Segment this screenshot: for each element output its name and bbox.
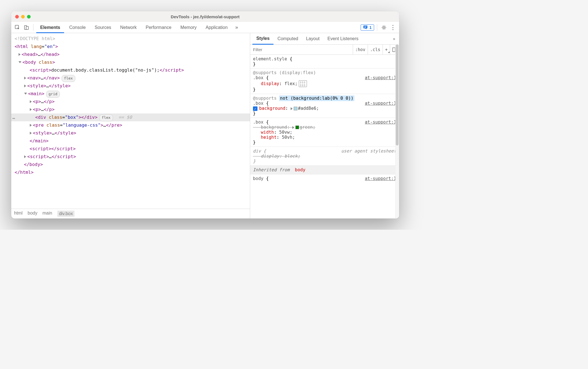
source-link[interactable]: at-support:1 (365, 176, 396, 181)
settings-icon[interactable] (380, 24, 388, 31)
dom-body-open[interactable]: <body class> (11, 58, 250, 66)
flex-badge[interactable]: flex (99, 114, 113, 121)
dom-selected-div[interactable]: <div class="box"></div>flex == $0 (11, 113, 250, 121)
separator (33, 24, 33, 31)
rules-list: element.style { } @supports (display:fle… (250, 55, 399, 218)
sub-tab-styles[interactable]: Styles (252, 33, 273, 45)
source-link[interactable]: at-support:1 (365, 101, 396, 106)
dom-inline-script[interactable]: <script>document.body.classList.toggle("… (11, 66, 250, 74)
source-link[interactable]: at-support:1 (365, 75, 396, 80)
new-style-rule-button[interactable]: +◢ (383, 45, 390, 54)
scrollbar-thumb[interactable] (396, 44, 399, 145)
rule-body[interactable]: body {at-support:1 (250, 174, 399, 183)
collapse-icon[interactable] (24, 93, 27, 95)
device-toolbar-icon[interactable] (22, 24, 30, 31)
inherited-from-label: Inherited from body (250, 166, 399, 174)
cls-toggle[interactable]: .cls (368, 45, 383, 54)
rule-element-style[interactable]: element.style { } (250, 55, 399, 69)
dom-script2[interactable]: <script>…</script> (11, 153, 250, 161)
window-title: DevTools - jec.fyi/demo/at-support (11, 14, 399, 19)
grid-badge[interactable]: grid (46, 91, 60, 98)
kebab-menu-icon[interactable]: ⋮ (389, 24, 397, 31)
maximize-window-button[interactable] (27, 15, 31, 19)
flex-badge[interactable]: flex (62, 75, 75, 82)
more-tabs-icon[interactable]: » (233, 24, 241, 31)
hov-toggle[interactable]: :hov (353, 45, 368, 54)
dom-body-close[interactable]: </body> (11, 161, 250, 168)
svg-rect-2 (26, 26, 28, 29)
sub-tab-event-listeners[interactable]: Event Listeners (324, 33, 362, 44)
tab-console[interactable]: Console (65, 22, 90, 33)
crumb-html[interactable]: html (14, 211, 22, 217)
inspect-element-icon[interactable] (13, 24, 21, 31)
titlebar: DevTools - jec.fyi/demo/at-support (11, 11, 399, 22)
color-swatch-icon[interactable] (294, 107, 297, 110)
expand-icon[interactable] (30, 124, 32, 127)
svg-rect-3 (363, 26, 367, 28)
devtools-window: DevTools - jec.fyi/demo/at-support Eleme… (11, 11, 399, 218)
tab-sources[interactable]: Sources (91, 22, 115, 33)
dom-style1[interactable]: <style>…</style> (11, 82, 250, 90)
highlighted-supports: not (background:lab(0% 0 0)) (279, 95, 354, 101)
expand-icon[interactable] (292, 126, 294, 129)
crumb-main[interactable]: main (42, 211, 52, 217)
tab-performance[interactable]: Performance (142, 22, 175, 33)
dom-p2[interactable]: <p>…</p> (11, 106, 250, 113)
dom-nav[interactable]: <nav>…</nav>flex (11, 74, 250, 82)
dom-script-empty[interactable]: <script></script> (11, 145, 250, 153)
expand-icon[interactable] (30, 100, 32, 103)
dom-pre[interactable]: <pre class="language-css">…</pre> (11, 121, 250, 129)
dom-main-close[interactable]: </main> (11, 137, 250, 145)
close-window-button[interactable] (15, 15, 19, 19)
flex-editor-icon[interactable]: ▯▯▯▯▯▯ (299, 80, 307, 87)
dom-html-close[interactable]: </html> (11, 168, 250, 176)
rule-box-base[interactable]: .box {at-support:1 background: green; wi… (250, 118, 399, 147)
tab-memory[interactable]: Memory (177, 22, 201, 33)
expand-icon[interactable] (24, 77, 26, 79)
dom-tree[interactable]: <!DOCTYPE html> <html lang="en"> <head>…… (11, 33, 250, 209)
tab-elements[interactable]: Elements (36, 22, 64, 33)
sub-tabs: Styles Computed Layout Event Listeners » (250, 33, 399, 45)
rule-supports-flex[interactable]: @supports (display:flex) .box {at-suppor… (250, 69, 399, 94)
separator (377, 24, 377, 31)
dom-main-open[interactable]: <main>grid (11, 90, 250, 98)
collapse-icon[interactable] (19, 61, 21, 63)
sub-tab-layout[interactable]: Layout (302, 33, 324, 44)
rule-supports-not-lab[interactable]: @supports not (background:lab(0% 0 0)) .… (250, 94, 399, 118)
ua-stylesheet-label: user agent stylesheet (341, 149, 396, 154)
property-enabled-checkbox[interactable]: ✓ (253, 106, 257, 111)
dom-p1[interactable]: <p>…</p> (11, 98, 250, 106)
dom-head[interactable]: <head>…</head> (11, 51, 250, 58)
expand-icon[interactable] (30, 108, 32, 111)
minimize-window-button[interactable] (21, 15, 25, 19)
source-link[interactable]: at-support:1 (365, 120, 396, 125)
main-toolbar: Elements Console Sources Network Perform… (11, 22, 399, 33)
content-area: <!DOCTYPE html> <html lang="en"> <head>…… (11, 33, 399, 218)
dom-doctype[interactable]: <!DOCTYPE html> (11, 35, 250, 43)
color-swatch-icon[interactable] (295, 126, 299, 129)
expand-icon[interactable] (291, 107, 293, 110)
issues-count: 1 (369, 25, 372, 30)
scrollbar[interactable] (395, 44, 399, 218)
breadcrumb: html body main div.box (11, 209, 250, 218)
expand-icon[interactable] (19, 53, 21, 56)
more-sub-tabs-icon[interactable]: » (391, 35, 397, 43)
crumb-body[interactable]: body (28, 211, 37, 217)
expand-icon[interactable] (30, 132, 32, 135)
expand-icon[interactable] (24, 155, 26, 158)
issues-badge[interactable]: 1 (361, 24, 374, 31)
crumb-div-box[interactable]: div.box (57, 211, 75, 217)
sub-tab-computed[interactable]: Computed (273, 33, 302, 44)
tab-application[interactable]: Application (202, 22, 232, 33)
expand-icon[interactable] (24, 85, 26, 87)
tab-network[interactable]: Network (116, 22, 141, 33)
dom-panel: <!DOCTYPE html> <html lang="en"> <head>…… (11, 33, 250, 218)
dom-style2[interactable]: <style>…</style> (11, 129, 250, 137)
filter-row: :hov .cls +◢ (250, 45, 399, 55)
traffic-lights (15, 15, 31, 19)
styles-panel: Styles Computed Layout Event Listeners »… (250, 33, 399, 218)
dom-html-open[interactable]: <html lang="en"> (11, 43, 250, 51)
rule-div-ua[interactable]: div {user agent stylesheet display: bloc… (250, 147, 399, 166)
filter-input[interactable] (250, 45, 353, 54)
issues-icon (363, 25, 368, 29)
